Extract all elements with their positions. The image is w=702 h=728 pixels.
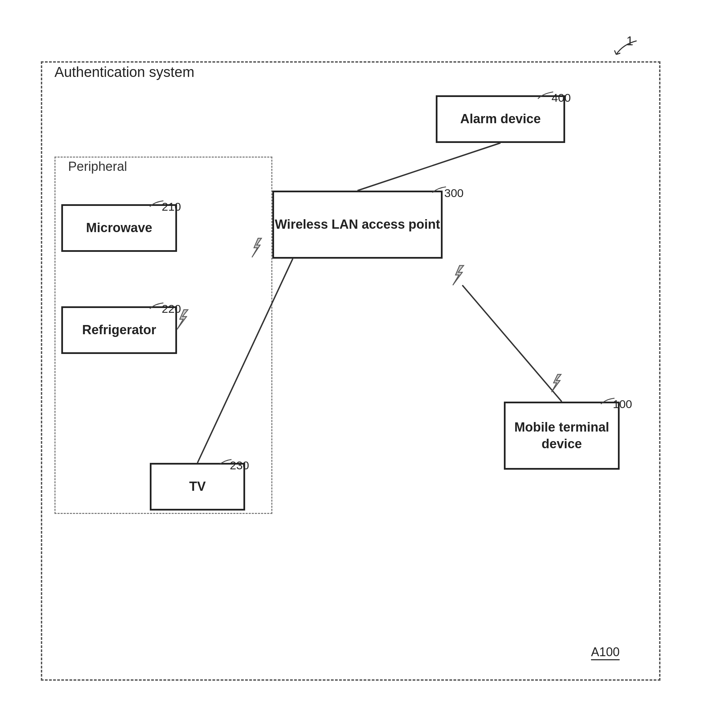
a100-label: A100 <box>591 645 619 660</box>
peripheral-label: Peripheral <box>68 159 127 174</box>
alarm-device-label: Alarm device <box>460 111 541 127</box>
alarm-device-box: Alarm device <box>436 95 565 143</box>
microwave-label: Microwave <box>86 220 152 236</box>
microwave-ref-arrow <box>148 199 165 209</box>
refrigerator-box: Refrigerator <box>61 306 177 354</box>
mobile-terminal-box: Mobile terminal device <box>504 402 619 470</box>
alarm-ref-arrow <box>536 90 557 100</box>
ref-arrow-icon <box>613 38 640 58</box>
diagram-container: 1 Authentication system A100 Peripheral … <box>27 27 674 701</box>
microwave-box: Microwave <box>61 204 177 252</box>
tv-label: TV <box>189 478 206 495</box>
refrigerator-label: Refrigerator <box>82 322 156 338</box>
auth-system-label: Authentication system <box>55 64 194 80</box>
mobile-terminal-label: Mobile terminal device <box>505 419 618 453</box>
mobile-ref-arrow <box>599 397 616 406</box>
wlan-ap-label: Wireless LAN access point <box>275 216 440 233</box>
wlan-ap-box: Wireless LAN access point <box>272 191 443 259</box>
tv-ref-arrow <box>218 458 233 466</box>
refrigerator-ref-arrow <box>148 301 165 311</box>
wlan-ref-arrow <box>431 185 448 195</box>
